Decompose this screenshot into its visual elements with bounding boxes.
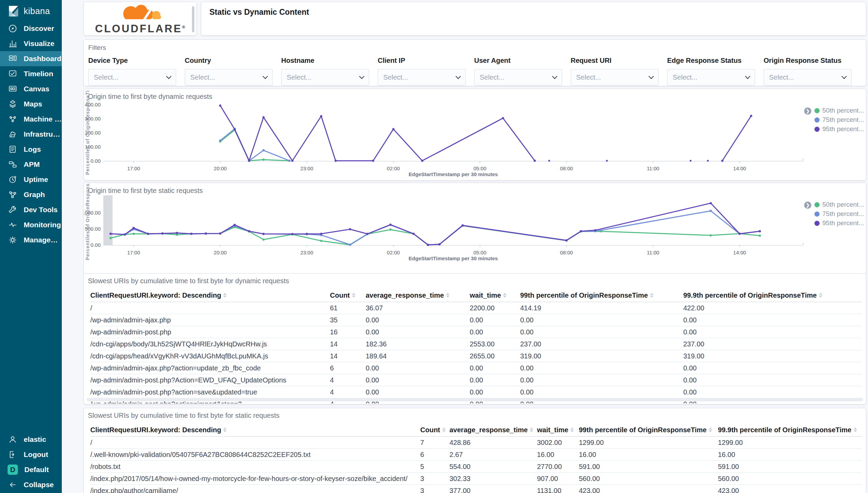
legend-color-dot [814,202,820,207]
sidebar-item-canvas[interactable]: Canvas [0,81,62,96]
table-cell: 6 [330,364,366,372]
sort-icon [223,427,227,432]
dashboard-title-panel: Static vs Dynamic Content [201,2,866,36]
column-header[interactable]: 99th percentile of OriginResponseTime [579,426,718,434]
sidebar-item-monitoring[interactable]: Monitoring [0,217,62,232]
table-cell: 0.00 [470,328,520,336]
kibana-logo-text: kibana [24,6,50,16]
column-header[interactable]: 99th percentile of OriginResponseTime [520,291,683,299]
table-cell: 0.00 [366,388,470,396]
column-header[interactable]: 99.9th percentile of OriginResponseTime [718,426,862,434]
sidebar-item-apm[interactable]: APM [0,157,62,172]
column-header[interactable]: Count [420,426,449,434]
table-row: /cdn-cgi/apps/body/3Lh52SjWTQ4HRlErJykHq… [90,338,862,350]
monitoring-icon [8,220,17,229]
column-header[interactable]: Count [330,291,366,299]
select-placeholder: Select... [94,73,118,81]
table-cell: 0.00 [520,328,683,336]
sidebar-item-graph[interactable]: Graph [0,187,62,202]
table-panel-static: Slowest URIs by cumulative time to first… [83,408,866,493]
select-placeholder: Select... [287,73,311,81]
table-cell: 0.00 [366,364,470,372]
sort-icon [352,293,355,298]
legend-item[interactable]: 95th percent... [814,219,864,227]
filter-select[interactable]: Select... [88,69,176,85]
sidebar-footer-collapse[interactable]: Collapse [0,477,62,492]
sidebar-item-discover[interactable]: Discover [0,21,62,36]
canvas-icon [8,84,17,93]
table-header-row: ClientRequestURI.keyword: DescendingCoun… [90,423,862,437]
sidebar-footer-default[interactable]: DDefault [0,462,62,477]
column-header[interactable]: average_response_time [449,426,537,434]
table-cell: 1299.00 [579,439,718,447]
sidebar-item-dev-tools[interactable]: Dev Tools [0,202,62,217]
column-header[interactable]: wait_time [537,426,579,434]
sidebar-item-timelion[interactable]: Timelion [0,66,62,81]
select-placeholder: Select... [673,73,697,81]
sidebar-item-management[interactable]: Management [0,232,62,248]
filter-select[interactable]: Select... [185,69,273,85]
column-header[interactable]: ClientRequestURI.keyword: Descending [90,291,330,299]
table-cell: 554.00 [449,463,537,471]
timelion-icon [8,69,17,78]
column-header[interactable]: wait_time [470,291,520,299]
infrastructure-icon [8,130,17,139]
table-row: /index.php/2017/05/14/how-i-owned-my-mot… [90,473,862,485]
filter-select[interactable]: Select... [667,69,755,85]
sidebar-footer-logout[interactable]: Logout [0,447,62,462]
filter-label: Country [185,57,273,65]
legend-expand-icon[interactable]: ❯ [804,202,811,209]
uptime-icon [8,175,17,184]
filter-device-type: Device TypeSelect... [88,57,176,85]
table-cell: 7 [420,439,449,447]
legend-item[interactable]: 50th percent... [814,201,864,208]
legend-expand-icon[interactable]: ❯ [804,107,811,115]
panel-scrollbar[interactable] [192,6,194,32]
sidebar-item-maps[interactable]: Maps [0,96,62,112]
column-header[interactable]: average_response_time [366,291,470,299]
table-cell: 35 [330,316,366,324]
legend-item[interactable]: 75th percent... [814,210,864,218]
legend-label: 50th percent... [822,107,864,114]
table-cell: 237.00 [683,340,862,348]
column-header-label: 99.9th percentile of OriginResponseTime [683,291,817,299]
sidebar-footer-elastic[interactable]: elastic [0,432,62,447]
svg-text:02:00: 02:00 [387,250,400,255]
sidebar-item-uptime[interactable]: Uptime [0,172,62,187]
kibana-logo[interactable]: kibana [0,0,62,21]
svg-text:Percentiles of OriginResponseT: Percentiles of OriginResponseTi [85,90,90,175]
table-cell: 428.86 [449,439,537,447]
line-chart-static[interactable]: 17:0020:0023:0002:0005:0008:0011:0014:00… [84,183,866,274]
sidebar-item-machine-le[interactable]: Machine Le... [0,112,62,127]
cloudflare-wordmark: CLOUDFLARE® [84,23,196,35]
column-header[interactable]: ClientRequestURI.keyword: Descending [90,426,420,434]
table-cell: 0.00 [520,376,683,384]
horizontal-scrollbar[interactable] [87,398,863,401]
filter-select[interactable]: Select... [378,69,466,85]
sidebar-item-dashboard[interactable]: Dashboard [0,51,62,66]
sidebar-item-label: Monitoring [24,221,61,229]
table-cell: 0.00 [520,364,683,372]
svg-text:Percentiles of OriginResponse: Percentiles of OriginResponse [85,183,90,260]
filter-select[interactable]: Select... [571,69,659,85]
legend-item[interactable]: 95th percent... [814,125,864,133]
filter-select[interactable]: Select... [281,69,369,85]
sidebar-item-visualize[interactable]: Visualize [0,36,62,51]
line-chart-dynamic[interactable]: 17:0020:0023:0002:0005:0008:0011:0014:00… [84,89,866,180]
column-header[interactable]: 99.9th percentile of OriginResponseTime [683,291,862,299]
logs-icon [8,145,17,154]
legend-label: 95th percent... [822,219,864,227]
sidebar-item-logs[interactable]: Logs [0,142,62,157]
svg-text:23:00: 23:00 [300,165,313,171]
column-header-label: average_response_time [449,426,528,434]
management-icon [8,236,17,244]
table-cell: 0.00 [683,316,862,324]
filter-select[interactable]: Select... [474,69,562,85]
table-cell: 6 [420,451,449,459]
legend-item[interactable]: 75th percent... [814,116,864,124]
svg-text:05:00: 05:00 [473,165,487,171]
default-space-badge: D [8,465,18,475]
sidebar-item-infrastructure[interactable]: Infrastructure [0,127,62,142]
legend-item[interactable]: 50th percent... [814,107,864,114]
filter-select[interactable]: Select... [764,69,852,85]
